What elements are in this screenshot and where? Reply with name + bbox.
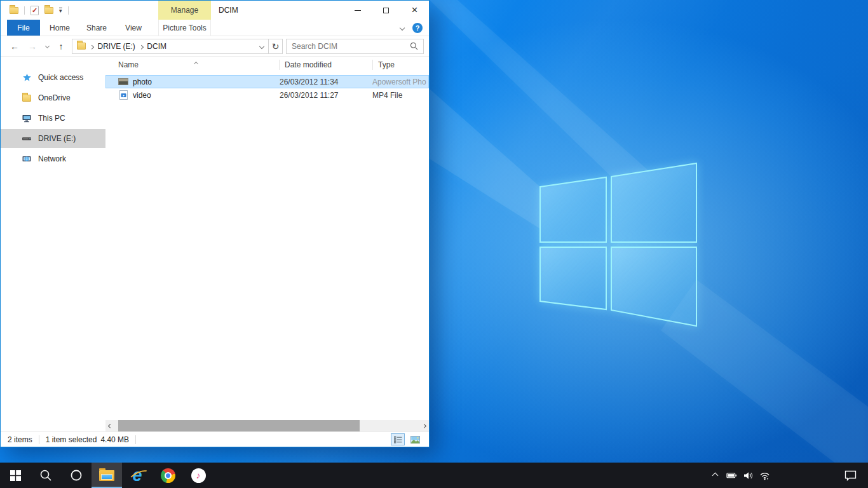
maximize-icon	[383, 8, 389, 13]
sidebar-item-network[interactable]: Network	[1, 149, 105, 168]
main-area: Quick access OneDrive This PC	[1, 57, 429, 420]
cortana-button[interactable]	[61, 463, 92, 488]
close-button[interactable]	[400, 1, 429, 20]
column-header-name[interactable]: Name	[105, 57, 279, 73]
quick-access-star-icon	[22, 72, 32, 83]
scrollbar-thumb[interactable]	[118, 420, 360, 431]
this-pc-icon	[22, 113, 32, 123]
address-bar[interactable]: DRIVE (E:) DCIM	[72, 39, 269, 54]
file-explorer-icon	[99, 470, 114, 481]
status-bar: 2 items 1 item selected 4.40 MB	[1, 431, 429, 447]
caption-buttons	[343, 1, 429, 20]
windows-flag-panes	[540, 163, 696, 326]
column-header-type[interactable]: Type	[373, 60, 429, 69]
taskbar-itunes-button[interactable]: ♪	[183, 463, 214, 488]
wifi-icon[interactable]	[759, 470, 770, 481]
action-center-icon	[844, 470, 857, 481]
file-date-modified: 26/03/2012 11:34	[275, 78, 367, 86]
search-icon[interactable]	[410, 42, 418, 50]
tab-share[interactable]: Share	[79, 20, 114, 36]
file-type: Apowersoft Pho	[367, 78, 429, 86]
details-view-button[interactable]	[391, 433, 405, 445]
ribbon-right-controls: ?	[400, 20, 423, 36]
file-name: photo	[128, 78, 275, 86]
start-icon	[10, 470, 21, 481]
folder-icon[interactable]	[10, 7, 18, 14]
folder-icon	[77, 43, 86, 50]
forward-button[interactable]: →	[24, 41, 41, 51]
back-button[interactable]: ←	[6, 41, 24, 51]
file-date-modified: 26/03/2012 11:27	[275, 91, 367, 100]
breadcrumb-chevron-icon	[90, 42, 93, 51]
horizontal-scrollbar[interactable]	[105, 420, 429, 431]
sidebar-item-label: Network	[38, 154, 66, 163]
video-file-icon	[118, 90, 128, 100]
breadcrumb-folder[interactable]: DCIM	[147, 42, 166, 51]
new-folder-icon[interactable]	[44, 7, 53, 14]
taskbar-chrome-button[interactable]	[153, 463, 183, 488]
address-dropdown-chevron-icon[interactable]	[259, 43, 264, 48]
tab-view[interactable]: View	[116, 20, 151, 36]
system-tray	[710, 463, 770, 488]
tab-file[interactable]: File	[7, 20, 40, 36]
taskbar-file-explorer-button[interactable]	[92, 463, 122, 488]
file-row-photo[interactable]: photo 26/03/2012 11:34 Apowersoft Pho	[105, 75, 429, 88]
file-rows: photo 26/03/2012 11:34 Apowersoft Pho vi…	[105, 75, 429, 102]
status-separator	[135, 435, 136, 444]
minimize-icon	[355, 10, 361, 11]
sidebar-item-drive-e[interactable]: DRIVE (E:)	[1, 129, 105, 148]
cortana-icon	[70, 469, 83, 482]
taskbar-internet-explorer-button[interactable]: e	[122, 463, 153, 488]
sidebar-item-this-pc[interactable]: This PC	[1, 109, 105, 128]
taskbar-search-button[interactable]	[31, 463, 61, 488]
column-header-label: Name	[118, 60, 139, 69]
itunes-icon: ♪	[191, 468, 206, 483]
file-type: MP4 File	[367, 91, 429, 100]
search-box	[286, 39, 424, 54]
battery-icon[interactable]	[726, 470, 737, 481]
address-bar-row: ← → ↑ DRIVE (E:) DCIM ↻	[1, 36, 429, 57]
file-row-video[interactable]: video 26/03/2012 11:27 MP4 File	[105, 88, 429, 102]
search-input[interactable]	[292, 42, 410, 51]
sidebar-item-onedrive[interactable]: OneDrive	[1, 88, 105, 107]
start-button[interactable]	[0, 463, 31, 488]
customize-dropdown-icon[interactable]	[59, 8, 62, 13]
recent-locations-chevron-icon[interactable]	[41, 44, 53, 48]
manage-tool-tab-header[interactable]: Manage	[158, 1, 211, 20]
refresh-button[interactable]: ↻	[268, 39, 283, 54]
breadcrumb-drive[interactable]: DRIVE (E:)	[98, 42, 135, 51]
internet-explorer-icon: e	[132, 467, 142, 484]
details-view-icon	[394, 436, 402, 444]
up-button[interactable]: ↑	[53, 41, 69, 51]
light-beams	[430, 0, 868, 488]
navigation-pane: Quick access OneDrive This PC	[1, 57, 105, 420]
view-toggle-buttons	[391, 433, 422, 445]
separator	[24, 6, 25, 15]
expand-ribbon-chevron-icon[interactable]	[400, 25, 405, 30]
large-icons-view-button[interactable]	[408, 433, 422, 445]
minimize-button[interactable]	[343, 1, 372, 20]
maximize-button[interactable]	[372, 1, 400, 20]
sidebar-item-quick-access[interactable]: Quick access	[1, 68, 105, 87]
selection-size: 4.40 MB	[100, 435, 129, 444]
volume-icon[interactable]	[743, 470, 754, 481]
sidebar-item-label: OneDrive	[38, 93, 71, 102]
scroll-left-arrow-icon[interactable]	[108, 423, 112, 428]
column-headers: Name Date modified Type	[105, 57, 429, 73]
action-center-button[interactable]	[844, 463, 857, 488]
items-count: 2 items	[8, 435, 32, 444]
network-icon	[22, 154, 32, 164]
properties-icon[interactable]	[31, 6, 39, 15]
show-hidden-icons-chevron-icon[interactable]	[710, 470, 721, 481]
column-header-date-modified[interactable]: Date modified	[280, 60, 372, 69]
tab-home[interactable]: Home	[43, 20, 77, 36]
tab-picture-tools[interactable]: Picture Tools	[158, 20, 211, 36]
quick-access-toolbar	[1, 6, 69, 15]
close-icon	[412, 4, 418, 16]
onedrive-folder-icon	[22, 93, 32, 103]
separator	[68, 6, 69, 15]
sidebar-item-label: Quick access	[38, 73, 83, 82]
chrome-icon	[161, 468, 175, 483]
help-icon[interactable]: ?	[412, 23, 423, 33]
scroll-right-arrow-icon[interactable]	[422, 423, 426, 428]
